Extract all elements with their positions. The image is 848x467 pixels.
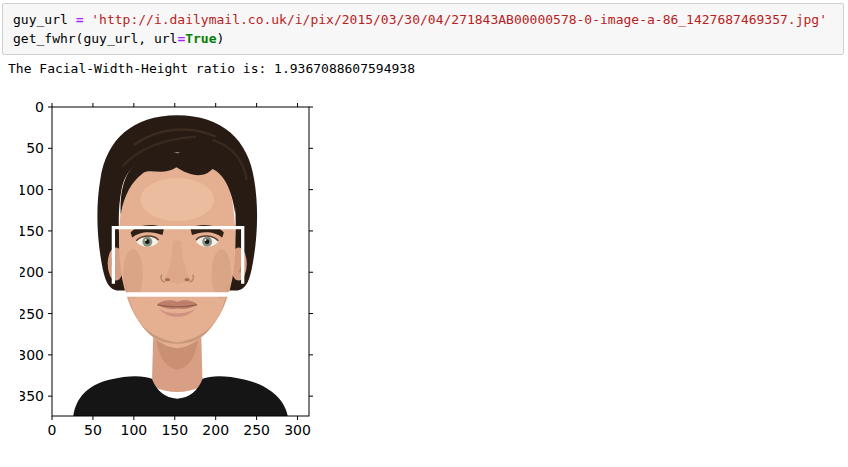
y-tick-label: 50 (26, 140, 44, 156)
left-eye-highlight (145, 239, 147, 241)
fwhr-plot: 050100150200250300050100150200250300350 (20, 95, 350, 445)
matplotlib-figure: 050100150200250300050100150200250300350 (20, 95, 350, 445)
code-token-variable: guy_url (13, 12, 76, 27)
x-tick-label: 50 (84, 422, 102, 438)
code-line-2: get_fwhr(guy_url, url=True) (13, 29, 833, 48)
code-cell-input[interactable]: guy_url = 'http://i.dailymail.co.uk/i/pi… (2, 3, 844, 55)
forehead-highlight (140, 178, 214, 221)
left-nostril (165, 278, 170, 281)
y-tick-label: 300 (20, 347, 44, 363)
right-eye-highlight (204, 239, 206, 241)
portrait-image (52, 107, 309, 416)
x-tick-label: 150 (161, 422, 188, 438)
left-cheek-shading (123, 249, 143, 299)
y-tick-label: 150 (20, 223, 44, 239)
code-line-1: guy_url = 'http://i.dailymail.co.uk/i/pi… (13, 10, 833, 29)
y-tick-label: 0 (35, 99, 44, 115)
code-token-close-paren: ) (217, 31, 225, 46)
fwhr-ratio-output: The Facial-Width-Height ratio is: 1.9367… (8, 61, 415, 77)
x-tick-label: 250 (243, 422, 270, 438)
x-tick-label: 300 (284, 422, 311, 438)
y-tick-label: 200 (20, 264, 44, 280)
x-tick-label: 200 (202, 422, 229, 438)
x-tick-label: 100 (120, 422, 147, 438)
x-tick-label: 0 (48, 422, 57, 438)
right-nostril (184, 278, 189, 281)
y-tick-label: 350 (20, 388, 44, 404)
code-token-true-keyword: True (185, 31, 216, 46)
y-tick-label: 250 (20, 306, 44, 322)
code-token-url-string: 'http://i.dailymail.co.uk/i/pix/2015/03/… (91, 12, 827, 27)
code-token-call: get_fwhr(guy_url, url (13, 31, 177, 46)
right-cheek-shading (212, 249, 232, 299)
y-tick-label: 100 (20, 182, 44, 198)
